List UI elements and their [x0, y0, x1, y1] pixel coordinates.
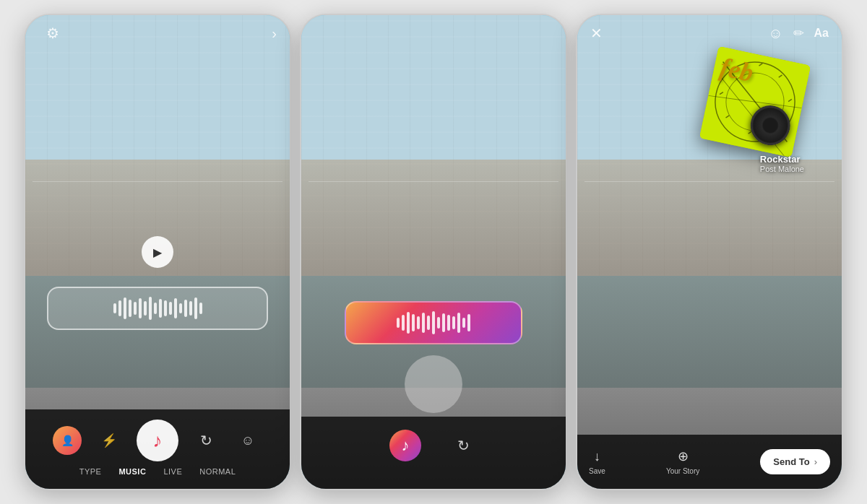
wave-bar	[118, 300, 121, 316]
refresh-button-2[interactable]: ↻	[449, 431, 478, 460]
toolbar-icons-2: ♪ ↻	[301, 417, 566, 461]
close-icon[interactable]: ✕	[590, 25, 603, 42]
your-story-label: Your Story	[666, 467, 699, 475]
wire-decoration	[33, 181, 282, 182]
wave-bar	[164, 300, 167, 316]
wave-bar	[154, 303, 157, 314]
album-art-image: feb	[699, 46, 811, 157]
send-to-button[interactable]: Send To ›	[760, 449, 830, 474]
svg-line-11	[726, 115, 730, 118]
send-to-label: Send To	[773, 456, 809, 467]
svg-line-12	[720, 92, 723, 95]
album-art[interactable]: feb	[699, 46, 811, 157]
wave-bar	[159, 299, 162, 318]
refresh-button[interactable]: ↻	[191, 426, 220, 455]
avatar-button[interactable]: 👤	[53, 426, 82, 455]
wave-bar	[134, 302, 137, 315]
label-live[interactable]: LIVE	[163, 467, 182, 476]
wave-bar	[194, 297, 197, 319]
music-sticker-inner	[345, 301, 522, 344]
wave-bar	[432, 311, 435, 334]
music-main-button[interactable]: ♪	[137, 420, 178, 461]
svg-line-8	[788, 99, 792, 103]
song-title: Rockstar	[760, 154, 804, 165]
wave-bar	[407, 312, 410, 334]
toolbar-labels: TYPE MUSIC LIVE NORMAL	[79, 461, 236, 476]
wave-bar	[179, 303, 182, 313]
refresh-icon-2: ↻	[457, 437, 470, 454]
music-note-icon: ♪	[153, 430, 163, 452]
chevron-right-icon[interactable]: ›	[272, 25, 277, 42]
wave-bar	[457, 313, 460, 333]
wave-bar	[124, 297, 126, 319]
wire-decoration	[585, 181, 834, 182]
wave-bar	[427, 316, 430, 330]
gear-icon[interactable]: ⚙	[38, 19, 67, 48]
wave-bar	[447, 315, 450, 331]
text-tool-icon[interactable]: Aa	[814, 27, 829, 40]
wave-bar	[149, 297, 152, 320]
bottom-toolbar-2: ♪ ↻	[301, 417, 566, 489]
music-main-button-2[interactable]: ♪	[389, 430, 421, 461]
wave-bar	[417, 316, 420, 329]
avatar-icon: 👤	[61, 435, 74, 446]
song-artist: Post Malone	[760, 165, 804, 173]
wave-bar	[422, 313, 425, 333]
effect-button[interactable]: ☺	[233, 426, 262, 455]
wave-bar	[462, 318, 465, 328]
wire-decoration	[309, 181, 558, 182]
bottom-toolbar: 👤 ⚡ ♪ ↻ ☺ TYPE MUSIC LIVE NORMAL	[25, 409, 290, 489]
svg-line-7	[779, 74, 782, 78]
label-normal[interactable]: NORMAL	[199, 467, 236, 476]
flash-button[interactable]: ⚡	[95, 426, 124, 455]
music-circle-bg	[405, 355, 462, 413]
wave-bar	[184, 300, 187, 317]
play-icon: ▶	[153, 246, 162, 259]
bottom-bar-3: ↓ Save ⊕ Your Story Send To ›	[577, 435, 842, 489]
wave-bar	[174, 298, 177, 318]
svg-line-6	[759, 63, 763, 66]
wave-bar	[144, 301, 147, 316]
wave-bar	[412, 314, 415, 331]
wave-bar	[139, 298, 142, 318]
phone-1: ⚙ › ▶	[24, 14, 291, 490]
label-music[interactable]: MUSIC	[118, 467, 146, 476]
wave-bar	[199, 303, 202, 314]
wave-bar	[442, 313, 445, 332]
phone-2: ♪ ↻	[300, 14, 567, 490]
wave-bar	[169, 302, 172, 315]
wave-bar	[189, 301, 192, 316]
wave-bar	[452, 316, 455, 329]
add-circle-icon: ⊕	[678, 448, 689, 464]
wave-bar	[402, 315, 405, 331]
draw-icon[interactable]: ✏	[793, 25, 804, 41]
music-sticker[interactable]	[345, 301, 522, 344]
album-text: feb	[717, 52, 756, 87]
wave-bar	[129, 300, 131, 317]
waveform	[397, 310, 470, 336]
face-sticker-icon[interactable]: ☺	[768, 25, 782, 42]
top-bar-3: ✕ ☺ ✏ Aa	[577, 15, 842, 51]
play-button[interactable]: ▶	[142, 236, 173, 268]
wave-bar	[113, 303, 116, 313]
waveform	[113, 295, 202, 321]
top-right-icons: ☺ ✏ Aa	[768, 25, 829, 42]
wave-bar	[397, 318, 400, 328]
song-info: Rockstar Post Malone	[760, 154, 804, 173]
top-bar: ⚙ ›	[25, 15, 290, 51]
your-story-action[interactable]: ⊕ Your Story	[666, 448, 699, 475]
phone-3: ✕ ☺ ✏ Aa	[576, 14, 843, 490]
flash-icon: ⚡	[101, 433, 117, 448]
save-label: Save	[589, 467, 605, 475]
crowd-background	[577, 160, 842, 417]
label-type[interactable]: TYPE	[79, 467, 102, 476]
save-action[interactable]: ↓ Save	[589, 449, 605, 475]
wave-bar	[437, 317, 440, 329]
wave-bar	[467, 314, 470, 331]
music-sticker[interactable]	[47, 287, 268, 330]
music-sticker-inner	[47, 287, 268, 330]
download-icon: ↓	[594, 449, 600, 464]
music-note-icon-2: ♪	[402, 436, 410, 455]
toolbar-icons: 👤 ⚡ ♪ ↻ ☺	[25, 409, 290, 461]
effect-icon: ☺	[241, 433, 254, 448]
